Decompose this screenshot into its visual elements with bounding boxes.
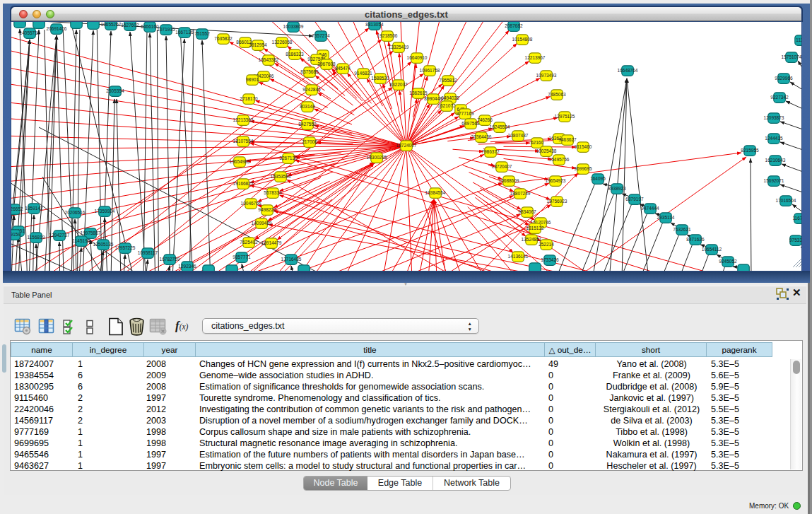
svg-text:2967608: 2967608	[317, 62, 336, 66]
svg-text:18107554: 18107554	[233, 139, 254, 144]
svg-text:1815132: 1815132	[526, 226, 544, 230]
svg-text:10688609: 10688609	[499, 178, 519, 183]
svg-text:14055713: 14055713	[20, 30, 40, 35]
svg-text:1588520: 1588520	[371, 76, 389, 81]
svg-text:3912954: 3912954	[249, 42, 267, 47]
svg-text:8186323: 8186323	[286, 52, 304, 57]
svg-text:7485063: 7485063	[548, 92, 566, 97]
svg-text:7357274: 7357274	[312, 33, 330, 38]
svg-text:1145194: 1145194	[73, 238, 90, 243]
svg-text:9115460: 9115460	[575, 144, 592, 149]
svg-text:13325419: 13325419	[389, 45, 409, 49]
svg-text:20691406: 20691406	[47, 26, 67, 31]
svg-text:6879197: 6879197	[625, 197, 644, 201]
svg-text:803144: 803144	[300, 104, 315, 109]
svg-text:9834067: 9834067	[518, 209, 536, 214]
svg-text:13524851: 13524851	[522, 237, 542, 242]
svg-text:217006: 217006	[302, 139, 317, 144]
svg-text:2718170: 2718170	[240, 96, 258, 101]
svg-text:1667136: 1667136	[175, 30, 194, 35]
svg-text:16640910: 16640910	[407, 55, 428, 60]
svg-text:1244415: 1244415	[765, 136, 783, 141]
svg-text:7955812: 7955812	[439, 78, 457, 83]
svg-text:252214: 252214	[539, 242, 554, 247]
svg-text:9777169: 9777169	[456, 111, 474, 116]
svg-text:1292346: 1292346	[178, 264, 196, 269]
svg-text:746266: 746266	[477, 117, 493, 122]
svg-text:751552: 751552	[194, 31, 210, 36]
svg-text:6494028: 6494028	[441, 95, 459, 100]
svg-text:8427552: 8427552	[298, 122, 317, 127]
svg-text:16033809: 16033809	[283, 24, 304, 29]
svg-text:845474: 845474	[335, 66, 351, 71]
svg-text:1071915: 1071915	[157, 27, 175, 32]
svg-text:19654985: 19654985	[230, 159, 250, 164]
svg-text:18300295: 18300295	[367, 155, 387, 160]
svg-text:19975887: 19975887	[81, 230, 101, 235]
svg-text:16648764: 16648764	[618, 68, 638, 73]
svg-text:12505135: 12505135	[93, 242, 114, 247]
svg-text:98901: 98901	[246, 77, 259, 82]
svg-text:20206516: 20206516	[65, 210, 86, 215]
svg-text:10961758: 10961758	[420, 68, 440, 73]
svg-text:9498222: 9498222	[258, 207, 276, 212]
svg-text:7625402: 7625402	[240, 240, 258, 245]
svg-text:18724007: 18724007	[396, 143, 417, 148]
svg-text:10958117: 10958117	[138, 250, 158, 255]
svg-text:19218506: 19218506	[377, 33, 398, 38]
svg-text:1156819: 1156819	[28, 235, 45, 240]
svg-text:17359924: 17359924	[95, 209, 115, 214]
svg-text:19384554: 19384554	[425, 190, 446, 195]
svg-text:7986372: 7986372	[481, 149, 500, 154]
svg-text:39159: 39159	[11, 232, 20, 237]
svg-text:8215955: 8215955	[741, 148, 759, 153]
svg-text:8990448: 8990448	[424, 96, 442, 101]
svg-text:7632621: 7632621	[673, 227, 691, 232]
svg-text:15692071: 15692071	[764, 178, 784, 183]
svg-text:9857771: 9857771	[233, 255, 251, 259]
svg-text:1859142: 1859142	[25, 206, 43, 211]
svg-text:16543382: 16543382	[259, 57, 279, 62]
svg-text:19166825: 19166825	[233, 181, 254, 186]
svg-text:1621072: 1621072	[437, 103, 456, 108]
svg-text:13716485: 13716485	[281, 257, 302, 262]
svg-text:12093873: 12093873	[764, 115, 784, 120]
svg-text:8471626: 8471626	[686, 237, 705, 242]
svg-text:17016504: 17016504	[776, 198, 796, 203]
svg-text:9245052: 9245052	[719, 259, 737, 264]
svg-text:12213363: 12213363	[233, 117, 254, 122]
svg-text:12975125: 12975125	[555, 114, 575, 119]
svg-text:16210643: 16210643	[765, 158, 786, 163]
svg-text:8938923: 8938923	[608, 186, 626, 191]
svg-text:18807249: 18807249	[510, 191, 531, 196]
svg-text:13720407: 13720407	[492, 164, 512, 169]
svg-text:2626652: 2626652	[11, 206, 23, 211]
svg-text:9329966: 9329966	[775, 76, 793, 81]
svg-text:16782759: 16782759	[160, 257, 180, 262]
svg-text:9242845: 9242845	[302, 87, 321, 92]
svg-text:15353594: 15353594	[271, 174, 291, 179]
svg-text:10046766: 10046766	[241, 201, 261, 206]
svg-text:8813054: 8813054	[365, 22, 384, 27]
svg-text:10154808: 10154808	[512, 37, 533, 42]
svg-text:10973493: 10973493	[536, 73, 557, 78]
svg-text:8375685: 8375685	[300, 69, 319, 74]
svg-text:16245534: 16245534	[490, 124, 510, 129]
svg-text:2935114: 2935114	[657, 215, 675, 220]
svg-text:5578334: 5578334	[264, 190, 282, 195]
svg-text:16914479: 16914479	[261, 240, 282, 245]
svg-text:9474444: 9474444	[641, 206, 659, 211]
svg-text:1527602: 1527602	[121, 23, 139, 28]
svg-text:12942737: 12942737	[49, 233, 70, 238]
svg-text:2505354: 2505354	[106, 88, 124, 93]
svg-text:9146821: 9146821	[354, 71, 372, 76]
svg-text:19756923: 19756923	[547, 199, 567, 204]
svg-text:9227342: 9227342	[770, 95, 789, 100]
svg-text:9463627: 9463627	[558, 137, 577, 142]
svg-text:19654923: 19654923	[546, 178, 566, 183]
svg-text:9699695: 9699695	[574, 166, 592, 171]
svg-text:10025438: 10025438	[536, 148, 557, 153]
svg-text:10807487: 10807487	[508, 133, 529, 138]
svg-text:10655267: 10655267	[101, 22, 122, 27]
svg-text:6466160: 6466160	[141, 24, 159, 29]
